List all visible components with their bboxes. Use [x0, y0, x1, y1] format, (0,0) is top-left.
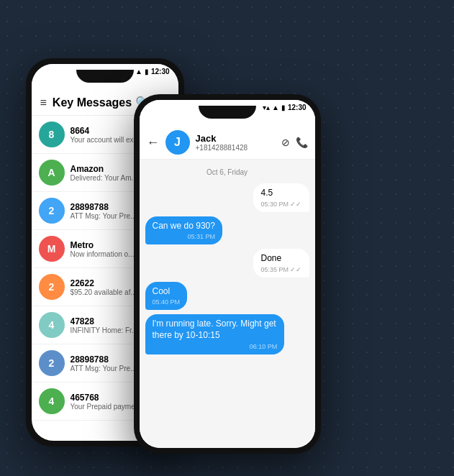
chat-contact-phone: +181428881428 — [196, 144, 276, 152]
chat-contact-name: Jack — [196, 133, 276, 144]
bubble-meta-4: 05:40 PM — [153, 298, 181, 306]
phone2-screen: ▾▴ ▲ ▮ 12:30 ← J Jack +181428881428 ⊘ — [140, 100, 315, 448]
avatar: A — [39, 160, 65, 186]
phone2-notch — [199, 106, 256, 119]
back-button[interactable]: ← — [147, 135, 160, 150]
bubble-text-4: Cool — [153, 286, 181, 298]
chat-contact-info: Jack +181428881428 — [196, 133, 276, 152]
battery-icon: ▮ — [145, 68, 149, 75]
signal-icon: ▲ — [135, 68, 142, 75]
message-bubble-2: Can we do 930? 05:31 PM — [145, 216, 222, 245]
message-bubble-4: Cool 05:40 PM — [145, 282, 188, 311]
bubble-meta-5: 06:10 PM — [153, 343, 278, 350]
block-icon[interactable]: ⊘ — [281, 137, 290, 148]
signal-icon-2: ▲ — [272, 104, 279, 111]
phone1-notch — [76, 70, 134, 83]
message-bubble-5: I'm running late. Sorry. Might get there… — [145, 314, 285, 354]
date-divider: Oct 6, Friday — [145, 168, 309, 176]
phone2-time: 12:30 — [288, 104, 307, 111]
scene: ▾▴ ▲ ▮ 12:30 ≡ Key Messages 🔍 📋 8 — [19, 15, 436, 461]
bubble-text-5: I'm running late. Sorry. Might get there… — [153, 319, 278, 341]
avatar: 2 — [39, 198, 65, 224]
avatar: M — [39, 236, 65, 262]
avatar: 8 — [39, 122, 65, 147]
bubble-text-1: 4.5 — [260, 188, 301, 199]
avatar: 4 — [39, 388, 65, 414]
bubble-meta-1: 05:30 PM ✓✓ — [260, 201, 301, 208]
bubble-meta-2: 05:31 PM — [153, 233, 215, 240]
chat-messages-area: Oct 6, Friday 4.5 05:30 PM ✓✓ Can we do … — [140, 160, 315, 448]
chat-header: ← J Jack +181428881428 ⊘ 📞 — [140, 114, 315, 160]
wifi-icon-2: ▾▴ — [263, 104, 270, 111]
message-bubble-3: Done 05:35 PM ✓✓ — [253, 249, 309, 278]
battery-icon-2: ▮ — [281, 104, 286, 111]
avatar: 4 — [39, 312, 65, 338]
bubble-meta-3: 05:35 PM ✓✓ — [260, 266, 301, 273]
phone-chat: ▾▴ ▲ ▮ 12:30 ← J Jack +181428881428 ⊘ — [134, 94, 321, 454]
avatar-label: J — [174, 136, 181, 149]
bubble-text-3: Done — [260, 253, 301, 265]
message-bubble-1: 4.5 05:30 PM ✓✓ — [253, 183, 309, 212]
hamburger-icon[interactable]: ≡ — [40, 96, 47, 109]
phone1-time: 12:30 — [151, 68, 170, 75]
call-icon[interactable]: 📞 — [296, 137, 308, 148]
chat-header-actions: ⊘ 📞 — [281, 137, 308, 148]
avatar: 2 — [39, 350, 65, 376]
avatar: 2 — [39, 274, 65, 300]
chat-contact-avatar: J — [165, 130, 190, 155]
bubble-text-2: Can we do 930? — [153, 221, 215, 232]
messages-title: Key Messages — [53, 96, 135, 109]
phone2-status-icons: ▾▴ ▲ ▮ 12:30 — [263, 104, 306, 111]
